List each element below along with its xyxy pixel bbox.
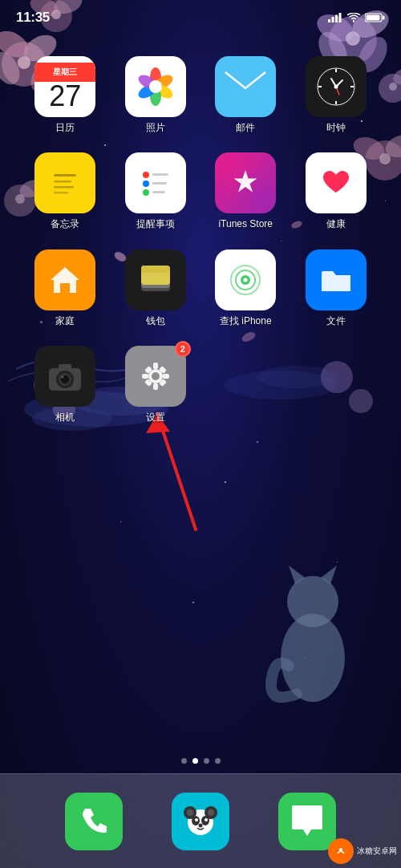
- reminders-icon[interactable]: [125, 152, 186, 213]
- status-icons: [328, 13, 385, 22]
- svg-rect-74: [44, 162, 86, 204]
- svg-rect-49: [335, 15, 338, 23]
- home-icon[interactable]: [34, 249, 95, 310]
- svg-rect-85: [152, 191, 165, 193]
- svg-point-131: [339, 848, 342, 851]
- find-iphone-icon[interactable]: [215, 249, 276, 310]
- svg-point-128: [205, 818, 208, 821]
- app-notes[interactable]: 备忘录: [24, 152, 107, 229]
- dot-2[interactable]: [192, 758, 198, 764]
- page-dots: [0, 758, 401, 764]
- app-wallet[interactable]: 钱包: [115, 249, 197, 327]
- svg-rect-115: [163, 374, 169, 379]
- svg-rect-114: [142, 374, 148, 379]
- watermark: 冰糖安卓网: [328, 838, 397, 864]
- settings-label: 设置: [146, 412, 165, 423]
- calendar-day: 27: [49, 82, 81, 111]
- panda-icon[interactable]: [172, 793, 229, 850]
- health-label: 健康: [326, 218, 346, 229]
- svg-rect-113: [153, 383, 158, 390]
- app-camera[interactable]: 相机: [24, 346, 107, 423]
- svg-rect-78: [54, 192, 68, 194]
- mail-label: 邮件: [236, 122, 255, 133]
- svg-rect-53: [367, 15, 380, 21]
- settings-icon[interactable]: 2: [125, 346, 186, 407]
- app-grid: 星期三 27 日历 照片: [0, 48, 401, 432]
- camera-label: 相机: [55, 412, 75, 423]
- svg-point-127: [195, 818, 198, 821]
- svg-rect-47: [328, 19, 330, 22]
- find-iphone-label: 查找 iPhone: [220, 315, 272, 327]
- notes-icon[interactable]: [34, 152, 95, 213]
- svg-rect-83: [152, 182, 167, 185]
- wifi-icon: [347, 13, 360, 22]
- status-time: 11:35: [16, 10, 50, 26]
- home-label: 家庭: [55, 315, 75, 327]
- svg-rect-76: [54, 180, 71, 183]
- reminders-label: 提醒事项: [136, 218, 175, 229]
- dot-3[interactable]: [204, 758, 209, 764]
- app-photos[interactable]: 照片: [115, 56, 197, 133]
- dot-4[interactable]: [215, 758, 221, 764]
- notes-label: 备忘录: [51, 218, 79, 229]
- svg-rect-48: [332, 17, 334, 22]
- health-icon[interactable]: [306, 152, 367, 213]
- photos-icon[interactable]: [125, 56, 186, 117]
- app-reminders[interactable]: 提醒事项: [115, 152, 197, 229]
- watermark-text: 冰糖安卓网: [357, 846, 397, 857]
- clock-icon[interactable]: [306, 56, 367, 117]
- svg-point-73: [334, 85, 338, 89]
- phone-icon[interactable]: [65, 793, 123, 850]
- wallet-icon[interactable]: [125, 249, 186, 310]
- svg-point-80: [143, 172, 149, 178]
- dock-phone[interactable]: [65, 793, 123, 850]
- app-clock[interactable]: 时钟: [295, 56, 378, 133]
- svg-rect-91: [60, 283, 70, 293]
- watermark-logo: [328, 838, 354, 864]
- svg-point-124: [208, 809, 214, 816]
- svg-rect-81: [152, 173, 168, 176]
- files-icon[interactable]: [306, 249, 367, 310]
- photos-label: 照片: [146, 122, 165, 133]
- svg-point-108: [62, 376, 64, 379]
- calendar-icon[interactable]: 星期三 27: [34, 56, 95, 117]
- dot-1[interactable]: [181, 758, 187, 764]
- files-label: 文件: [326, 315, 346, 327]
- app-health[interactable]: 健康: [295, 152, 378, 229]
- app-itunes[interactable]: iTunes Store: [205, 152, 287, 229]
- app-calendar[interactable]: 星期三 27 日历: [24, 56, 107, 133]
- svg-point-84: [143, 189, 149, 196]
- clock-label: 时钟: [326, 122, 346, 133]
- svg-point-101: [244, 278, 248, 282]
- svg-point-61: [149, 80, 162, 93]
- app-find-iphone[interactable]: 查找 iPhone: [205, 249, 287, 327]
- app-files[interactable]: 文件: [295, 249, 378, 327]
- svg-rect-77: [54, 186, 74, 189]
- mail-icon[interactable]: [215, 56, 276, 117]
- svg-point-111: [152, 372, 160, 380]
- itunes-icon[interactable]: [215, 152, 276, 213]
- svg-rect-112: [153, 363, 158, 369]
- app-home[interactable]: 家庭: [24, 249, 107, 327]
- app-mail[interactable]: 邮件: [205, 56, 287, 133]
- calendar-label: 日历: [55, 122, 75, 133]
- dock-panda[interactable]: [172, 793, 229, 850]
- settings-badge: 2: [175, 341, 191, 357]
- app-settings[interactable]: 2 设置: [115, 346, 197, 423]
- signal-icon: [328, 13, 342, 22]
- svg-point-82: [143, 180, 149, 187]
- battery-icon: [365, 13, 385, 22]
- svg-rect-52: [383, 16, 385, 20]
- camera-icon[interactable]: [34, 346, 95, 407]
- svg-point-129: [198, 823, 202, 827]
- svg-point-123: [187, 809, 193, 816]
- status-bar: 11:35: [0, 0, 401, 35]
- svg-rect-75: [54, 174, 76, 176]
- svg-rect-96: [141, 266, 170, 273]
- itunes-label: iTunes Store: [218, 218, 273, 229]
- svg-rect-50: [339, 13, 342, 22]
- wallet-label: 钱包: [146, 315, 165, 327]
